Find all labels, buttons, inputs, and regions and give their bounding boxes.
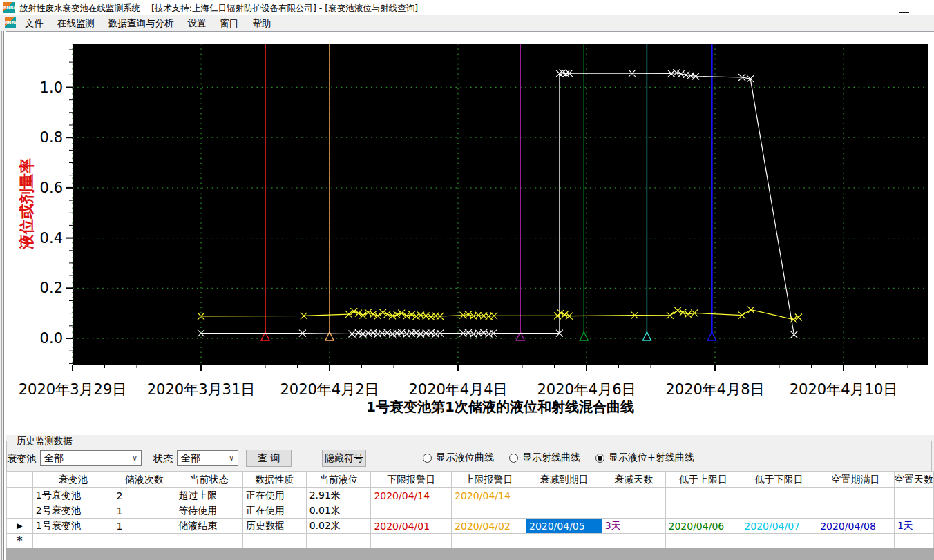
menu-items: 文件在线监测数据查询与分析设置窗口帮助 (18, 15, 278, 31)
column-header[interactable]: 空置期满日 (817, 472, 895, 488)
status-select[interactable]: 全部 ∨ (177, 450, 238, 466)
column-header[interactable]: 衰减天数 (602, 472, 665, 488)
table-cell[interactable]: 1天 (894, 519, 933, 534)
table-cell[interactable]: 超过上限 (175, 488, 243, 503)
chart-panel: 0.00.20.40.60.81.02020年3月29日2020年3月31日20… (6, 32, 934, 435)
table-cell[interactable] (665, 534, 741, 548)
current-row-indicator[interactable]: ▶ (7, 519, 33, 534)
table-cell[interactable]: 等待使用 (175, 503, 243, 519)
query-button[interactable]: 查 询 (246, 450, 292, 467)
table-cell[interactable]: 2020/04/07 (741, 519, 817, 534)
curve-radio-option[interactable]: 显示液位+射线曲线 (595, 452, 694, 464)
table-cell[interactable]: 0.02米 (306, 519, 371, 534)
radio-label: 显示液位曲线 (436, 452, 494, 464)
table-cell[interactable]: 3天 (602, 519, 665, 534)
table-cell[interactable] (741, 503, 817, 519)
table-cell[interactable] (526, 503, 602, 519)
table-cell[interactable]: 1 (113, 519, 175, 534)
table-cell[interactable]: 2 (113, 488, 175, 503)
column-header[interactable]: 数据性质 (242, 472, 306, 488)
minimize-button[interactable] (899, 6, 910, 14)
x-tick-label: 2020年3月31日 (147, 381, 256, 398)
column-header[interactable]: 低于下限日 (741, 472, 817, 488)
table-cell[interactable] (306, 534, 371, 548)
table-cell[interactable] (894, 503, 933, 519)
chevron-down-icon: ∨ (229, 452, 234, 465)
table-cell[interactable]: 2020/04/01 (371, 519, 452, 534)
table-cell[interactable] (526, 534, 602, 548)
column-header[interactable]: 当前液位 (306, 472, 371, 488)
table-cell[interactable] (817, 503, 895, 519)
table-cell[interactable]: 1号衰变池 (32, 519, 113, 534)
table-cell[interactable] (602, 534, 665, 548)
table-cell[interactable] (452, 503, 526, 519)
table-cell[interactable]: 2.91米 (306, 488, 371, 503)
table-cell[interactable]: 1号衰变池 (32, 488, 113, 503)
column-header[interactable]: 衰减到期日 (526, 472, 602, 488)
table-cell[interactable] (175, 534, 243, 548)
column-header[interactable]: 当前状态 (175, 472, 243, 488)
table-cell[interactable] (817, 488, 895, 503)
table-row: ▶1号衰变池1储液结束历史数据0.02米2020/04/012020/04/02… (7, 519, 934, 534)
table-cell[interactable] (371, 503, 452, 519)
pool-select-value: 全部 (44, 452, 64, 463)
menu-item[interactable]: 文件 (18, 15, 50, 31)
row-selector-header[interactable] (7, 472, 33, 488)
radio-checked-icon[interactable] (595, 454, 604, 463)
table-cell[interactable]: 2020/04/05 (526, 519, 602, 534)
pool-select[interactable]: 全部 ∨ (40, 450, 142, 466)
menu-item[interactable]: 帮助 (246, 15, 278, 31)
table-cell[interactable] (452, 534, 526, 548)
curve-radio-option[interactable]: 显示液位曲线 (423, 452, 494, 464)
table-cell[interactable] (526, 488, 602, 503)
column-header[interactable]: 上限报警日 (452, 472, 526, 488)
table-cell[interactable]: 2020/04/14 (371, 488, 452, 503)
column-header[interactable]: 衰变池 (32, 472, 113, 488)
table-cell[interactable]: 2020/04/14 (452, 488, 526, 503)
column-header[interactable]: 低于上限日 (665, 472, 741, 488)
new-row-indicator[interactable]: * (7, 534, 33, 548)
table-cell[interactable] (741, 488, 817, 503)
radio-icon[interactable] (509, 454, 518, 463)
menu-item[interactable]: 窗口 (213, 15, 246, 31)
table-cell[interactable] (602, 488, 665, 503)
column-header[interactable]: 空置天数 (894, 472, 933, 488)
table-cell[interactable]: 1 (113, 503, 175, 519)
menu-item[interactable]: 在线监测 (50, 15, 102, 31)
table-cell[interactable]: 储液结束 (175, 519, 243, 534)
table-cell[interactable] (741, 534, 817, 548)
table-cell[interactable]: 0.01米 (306, 503, 371, 519)
table-cell[interactable] (894, 488, 933, 503)
table-cell[interactable]: 历史数据 (242, 519, 306, 534)
menu-item[interactable]: 设置 (181, 15, 213, 31)
table-cell[interactable]: 2号衰变池 (32, 503, 113, 519)
row-selector[interactable] (7, 503, 33, 519)
table-cell[interactable]: 2020/04/08 (817, 519, 895, 534)
table-cell[interactable] (242, 534, 306, 548)
table-cell[interactable] (32, 534, 113, 548)
radio-icon[interactable] (423, 454, 432, 463)
row-selector[interactable] (7, 488, 33, 503)
chevron-down-icon: ∨ (132, 452, 137, 465)
column-header[interactable]: 储液次数 (113, 472, 175, 488)
grid-empty-area (6, 548, 934, 560)
history-panel: 历史监测数据 衰变池 全部 ∨ 状态 全部 ∨ 查 询 隐藏符号 显示液位曲线显… (6, 435, 934, 560)
table-cell[interactable] (817, 534, 895, 548)
minimize-icon (899, 12, 909, 13)
table-cell[interactable]: 2020/04/06 (665, 519, 741, 534)
table-cell[interactable] (602, 503, 665, 519)
table-cell[interactable]: 正在使用 (242, 503, 306, 519)
curve-radio-option[interactable]: 显示射线曲线 (509, 452, 580, 464)
window-title: 放射性废水衰变池在线监测系统 [技术支持:上海仁日辐射防护设备有限公司] - [… (19, 3, 418, 15)
table-cell[interactable] (665, 488, 741, 503)
table-cell[interactable] (665, 503, 741, 519)
table-cell[interactable] (371, 534, 452, 548)
table-cell[interactable]: 正在使用 (242, 488, 306, 503)
table-cell[interactable] (113, 534, 175, 548)
hide-symbols-button[interactable]: 隐藏符号 (322, 450, 366, 467)
table-cell[interactable] (894, 534, 933, 548)
menu-item[interactable]: 数据查询与分析 (102, 15, 181, 31)
table-cell[interactable]: 2020/04/02 (452, 519, 526, 534)
column-header[interactable]: 下限报警日 (371, 472, 452, 488)
mdi-child-icon[interactable]: RNRi (5, 17, 16, 28)
